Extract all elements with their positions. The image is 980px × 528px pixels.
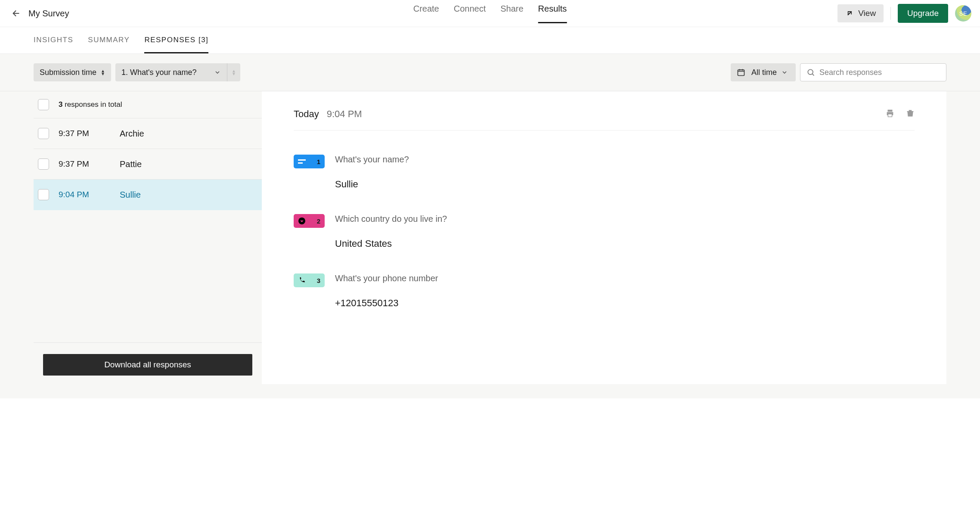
calendar-icon (737, 68, 745, 77)
tab-responses[interactable]: RESPONSES [3] (144, 36, 208, 53)
arrow-left-icon (12, 9, 21, 18)
response-row[interactable]: 9:37 PM Archie (34, 118, 262, 149)
row-name: Archie (120, 129, 144, 139)
question-badge: 1 (294, 155, 325, 168)
svg-rect-3 (888, 110, 893, 112)
question-text: What's your name? (335, 155, 409, 165)
upgrade-button[interactable]: Upgrade (898, 4, 948, 23)
date-range-dropdown[interactable]: All time (731, 63, 796, 81)
svg-rect-5 (888, 114, 892, 117)
question-answer: 3 What's your phone number +12015550123 (294, 249, 915, 309)
phone-icon (298, 276, 306, 284)
back-button[interactable] (9, 6, 24, 21)
response-row[interactable]: 9:37 PM Pattie (34, 149, 262, 180)
avatar[interactable]: SE (955, 5, 971, 22)
print-button[interactable] (885, 109, 895, 120)
search-box[interactable] (800, 63, 946, 81)
dropdown-icon (298, 217, 306, 225)
view-button-label: View (858, 9, 876, 18)
avatar-initials: SE (959, 10, 967, 17)
question-selector-group: 1. What's your name? ▲▼ (115, 63, 240, 81)
detail-day: Today (294, 109, 319, 120)
date-range-label: All time (751, 68, 777, 77)
question-text: Which country do you live in? (335, 214, 447, 224)
question-answer: 2 Which country do you live in? United S… (294, 190, 915, 249)
question-selector[interactable]: 1. What's your name? (115, 63, 227, 81)
response-list-header: 3 responses in total (34, 91, 262, 118)
short-text-icon (298, 159, 306, 164)
question-number: 2 (317, 217, 320, 225)
top-right: View Upgrade SE (837, 4, 971, 23)
survey-title: My Survey (28, 9, 69, 19)
question-row: 2 Which country do you live in? (294, 214, 915, 228)
download-all-button[interactable]: Download all responses (43, 354, 252, 376)
sort-label: Submission time (40, 68, 96, 77)
detail-time: 9:04 PM (327, 109, 362, 120)
divider (890, 7, 891, 20)
question-sort-toggle[interactable]: ▲▼ (227, 63, 240, 81)
response-count-suffix: responses in total (62, 100, 122, 109)
nav-results[interactable]: Results (538, 4, 567, 23)
answer-text: Sullie (335, 179, 915, 190)
row-checkbox[interactable] (38, 189, 49, 200)
question-answer: 1 What's your name? Sullie (294, 130, 915, 190)
question-text: What's your phone number (335, 273, 438, 283)
detail-actions (885, 109, 915, 120)
row-name: Pattie (120, 159, 142, 169)
print-icon (885, 109, 895, 118)
search-icon (806, 68, 815, 77)
chevron-down-icon (214, 69, 221, 76)
svg-rect-7 (907, 111, 914, 112)
row-time: 9:37 PM (59, 129, 110, 138)
answer-text: +12015550123 (335, 298, 915, 309)
external-link-icon (845, 9, 854, 18)
nav-connect[interactable]: Connect (454, 4, 486, 23)
svg-rect-1 (738, 70, 744, 75)
tab-insights[interactable]: INSIGHTS (34, 36, 73, 53)
top-nav: Create Connect Share Results (413, 4, 567, 23)
question-badge: 3 (294, 273, 325, 287)
answer-text: United States (335, 238, 915, 249)
svg-rect-6 (909, 110, 912, 112)
response-count: 3 responses in total (59, 100, 122, 109)
row-time: 9:37 PM (59, 159, 110, 169)
response-list: 3 responses in total 9:37 PM Archie 9:37… (34, 91, 262, 384)
view-button[interactable]: View (837, 4, 884, 22)
columns: 3 responses in total 9:37 PM Archie 9:37… (0, 91, 980, 384)
subtabs: INSIGHTS SUMMARY RESPONSES [3] (0, 27, 980, 54)
svg-rect-9 (298, 162, 303, 164)
nav-share[interactable]: Share (500, 4, 523, 23)
trash-icon (906, 109, 915, 118)
question-number: 1 (317, 158, 320, 165)
toolbar: Submission time ▲▼ 1. What's your name? … (0, 63, 980, 91)
chevron-down-icon (781, 69, 788, 76)
content-area: Submission time ▲▼ 1. What's your name? … (0, 54, 980, 398)
select-all-checkbox[interactable] (38, 99, 49, 110)
topbar: My Survey Create Connect Share Results V… (0, 0, 980, 27)
row-name: Sullie (120, 190, 141, 200)
response-row-selected[interactable]: 9:04 PM Sullie (34, 180, 262, 210)
detail-header: Today 9:04 PM (294, 109, 915, 130)
tab-summary[interactable]: SUMMARY (88, 36, 130, 53)
delete-button[interactable] (906, 109, 915, 120)
question-row: 3 What's your phone number (294, 273, 915, 287)
question-number: 3 (317, 277, 320, 284)
row-checkbox[interactable] (38, 128, 49, 139)
response-detail: Today 9:04 PM (262, 91, 946, 384)
svg-rect-8 (298, 159, 306, 161)
row-time: 9:04 PM (59, 190, 110, 199)
download-area: Download all responses (34, 342, 262, 384)
question-selector-label: 1. What's your name? (121, 68, 197, 77)
sort-dropdown[interactable]: Submission time ▲▼ (34, 63, 111, 81)
row-checkbox[interactable] (38, 158, 49, 170)
sort-arrows-icon: ▲▼ (101, 69, 105, 75)
search-input[interactable] (819, 68, 940, 77)
question-row: 1 What's your name? (294, 155, 915, 168)
svg-point-2 (808, 69, 813, 75)
question-badge: 2 (294, 214, 325, 228)
nav-create[interactable]: Create (413, 4, 439, 23)
sort-arrows-icon: ▲▼ (232, 69, 236, 75)
